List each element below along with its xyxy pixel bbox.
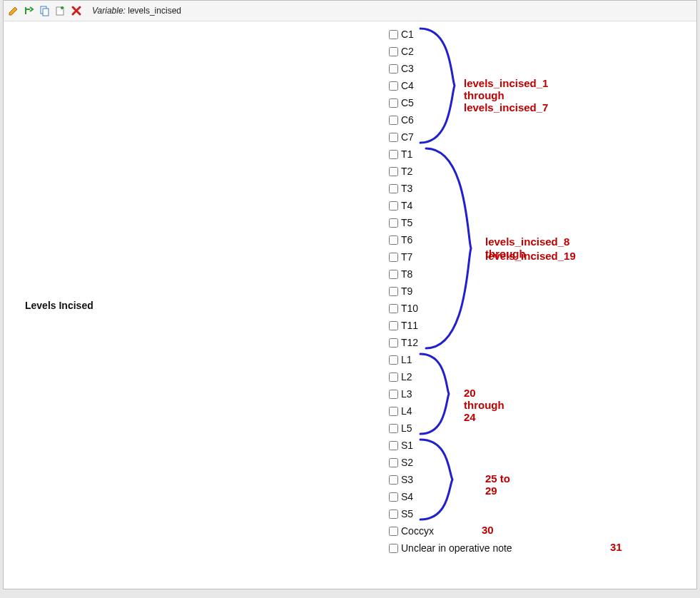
checkbox-label: C5 — [401, 97, 414, 108]
checkbox-c5[interactable] — [389, 98, 398, 108]
checkbox-row[interactable]: T7 — [389, 248, 512, 265]
checkbox-label: C6 — [401, 114, 414, 126]
checkbox-label: T9 — [401, 285, 412, 297]
checkbox-label: T10 — [401, 303, 418, 314]
checkbox-t11[interactable] — [389, 321, 398, 330]
checkbox-row[interactable]: C7 — [389, 128, 512, 146]
checkbox-label: L2 — [401, 371, 412, 382]
pencil-icon[interactable] — [8, 5, 19, 16]
checkbox-row[interactable]: S4 — [389, 488, 512, 505]
checkbox-label: C1 — [401, 29, 414, 40]
checkbox-c6[interactable] — [389, 116, 398, 125]
field-label: Levels Incised — [4, 21, 389, 589]
checkbox-c4[interactable] — [389, 81, 398, 91]
checkbox-row[interactable]: L5 — [389, 420, 512, 437]
checkbox-t1[interactable] — [389, 150, 398, 159]
checkbox-row[interactable]: T10 — [389, 300, 512, 317]
checkbox-t2[interactable] — [389, 167, 398, 176]
checkbox-row[interactable]: T11 — [389, 317, 512, 334]
checkbox-unclear[interactable] — [389, 544, 398, 553]
checkbox-coccyx[interactable] — [389, 527, 398, 536]
checkbox-s1[interactable] — [389, 441, 398, 450]
checkbox-c2[interactable] — [389, 47, 398, 56]
checkbox-label: C2 — [401, 46, 414, 57]
checkbox-row[interactable]: C2 — [389, 43, 512, 60]
checkbox-t3[interactable] — [389, 184, 398, 193]
annotation-unclear: 31 — [610, 541, 622, 553]
field-panel: Variable: levels_incised Levels Incised … — [3, 0, 697, 589]
checkbox-l5[interactable] — [389, 424, 398, 433]
checkbox-label: T3 — [401, 183, 412, 194]
checkbox-row[interactable]: L3 — [389, 385, 512, 402]
checkbox-label: S1 — [401, 440, 413, 451]
checkbox-row[interactable]: T5 — [389, 214, 512, 231]
checkbox-row[interactable]: T3 — [389, 180, 512, 197]
variable-label: Variable: levels_incised — [92, 6, 181, 16]
checkbox-label: T2 — [401, 166, 412, 177]
checkbox-t7[interactable] — [389, 253, 398, 262]
checkbox-s5[interactable] — [389, 510, 398, 519]
checkbox-c3[interactable] — [389, 64, 398, 74]
branch-icon[interactable] — [24, 5, 35, 16]
field-toolbar: Variable: levels_incised — [4, 1, 696, 21]
checkbox-label: C3 — [401, 63, 414, 74]
checkbox-label: Unclear in operative note — [401, 542, 512, 554]
checkbox-row[interactable]: T12 — [389, 334, 512, 351]
checkbox-s3[interactable] — [389, 475, 398, 485]
checkbox-label: L4 — [401, 405, 412, 417]
copy-icon[interactable] — [39, 5, 51, 16]
checkbox-row[interactable]: L4 — [389, 402, 512, 420]
checkbox-label: S5 — [401, 508, 413, 520]
checkbox-row[interactable]: T2 — [389, 163, 512, 180]
svg-rect-1 — [43, 9, 49, 16]
checkbox-row[interactable]: T6 — [389, 231, 512, 248]
checkbox-t6[interactable] — [389, 235, 398, 245]
checkbox-l4[interactable] — [389, 407, 398, 416]
checkbox-label: T11 — [401, 320, 418, 331]
checkbox-s2[interactable] — [389, 458, 398, 467]
checkbox-t4[interactable] — [389, 201, 398, 211]
checkbox-label: L3 — [401, 388, 412, 400]
checkbox-row[interactable]: C5 — [389, 94, 512, 111]
checkbox-row[interactable]: C6 — [389, 111, 512, 128]
checkbox-row[interactable]: L2 — [389, 368, 512, 385]
checkbox-t12[interactable] — [389, 338, 398, 348]
checkbox-label: Coccyx — [401, 525, 434, 537]
checkbox-c1[interactable] — [389, 30, 398, 39]
checkbox-l2[interactable] — [389, 373, 398, 382]
checkbox-l3[interactable] — [389, 390, 398, 399]
checkbox-label: T4 — [401, 200, 412, 211]
checkbox-label: T12 — [401, 337, 418, 348]
checkbox-row[interactable]: T9 — [389, 283, 512, 300]
plus-icon[interactable] — [55, 5, 66, 16]
checkbox-label: L5 — [401, 422, 412, 434]
checkbox-row[interactable]: T1 — [389, 146, 512, 163]
checkbox-t8[interactable] — [389, 270, 398, 279]
checkbox-label: L1 — [401, 354, 412, 365]
checkbox-label: T5 — [401, 217, 412, 228]
checkbox-row[interactable]: Coccyx — [389, 522, 512, 539]
checkbox-label: T6 — [401, 234, 412, 245]
checkbox-row[interactable]: S1 — [389, 437, 512, 454]
checkbox-row[interactable]: C4 — [389, 77, 512, 94]
checkbox-row[interactable]: C3 — [389, 60, 512, 77]
checkbox-s4[interactable] — [389, 492, 398, 502]
checkbox-label: C4 — [401, 80, 414, 91]
checkbox-t10[interactable] — [389, 304, 398, 313]
checkbox-t5[interactable] — [389, 218, 398, 228]
checkbox-l1[interactable] — [389, 355, 398, 365]
checkbox-row[interactable]: T4 — [389, 197, 512, 214]
checkbox-c7[interactable] — [389, 133, 398, 142]
checkbox-row[interactable]: S3 — [389, 471, 512, 488]
checkbox-row[interactable]: S5 — [389, 505, 512, 522]
checkbox-row[interactable]: T8 — [389, 265, 512, 283]
checkbox-label: S3 — [401, 474, 413, 485]
checkbox-row[interactable]: Unclear in operative note — [389, 539, 512, 557]
checkbox-label: T7 — [401, 251, 412, 263]
checkbox-row[interactable]: S2 — [389, 454, 512, 471]
checkbox-row[interactable]: L1 — [389, 351, 512, 368]
checkbox-label: C7 — [401, 131, 414, 143]
checkbox-row[interactable]: C1 — [389, 26, 512, 43]
checkbox-t9[interactable] — [389, 287, 398, 296]
delete-icon[interactable] — [71, 5, 82, 16]
